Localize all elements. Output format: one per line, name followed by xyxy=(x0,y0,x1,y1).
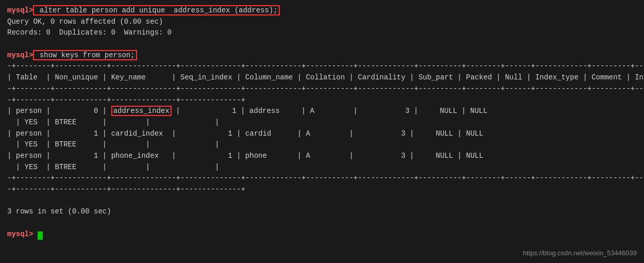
terminal-output: mysql> alter table person add unique add… xyxy=(7,5,637,240)
row2a: | person | 1 | cardid_index | 1 | cardid… xyxy=(7,128,637,140)
sep-header: -+--------+------------+---------------+… xyxy=(7,84,637,95)
row3a: | person | 1 | phone_index | 1 | phone |… xyxy=(7,151,637,162)
footer: 3 rows in set (0.00 sec) xyxy=(7,206,637,218)
sep-short-bottom: -+--------+------------+---------------+… xyxy=(7,184,637,195)
cmd1-line: mysql> alter table person add unique add… xyxy=(7,5,637,17)
result1-line1: Query OK, 0 rows affected (0.00 sec) xyxy=(7,17,637,28)
blank3 xyxy=(7,218,637,229)
prompt-mysql-3: mysql> xyxy=(7,230,33,238)
row1a: | person | 0 | address_index | 1 | addre… xyxy=(7,106,637,117)
row1b: | YES | BTREE | | | xyxy=(7,117,637,128)
blank2 xyxy=(7,195,637,207)
prompt-mysql-2: mysql> xyxy=(7,51,33,59)
sep-short-top: -+--------+------------+---------------+… xyxy=(7,95,637,106)
sep-bottom: -+--------+------------+---------------+… xyxy=(7,173,637,184)
row3b: | YES | BTREE | | | xyxy=(7,162,637,173)
cmd1-box: alter table person add unique address_in… xyxy=(33,5,279,15)
blank1 xyxy=(7,39,637,50)
cursor xyxy=(38,232,43,240)
cmd2-box: show keys from person; xyxy=(33,50,137,60)
sep-top: -+--------+------------+---------------+… xyxy=(7,61,637,72)
result1-line2: Records: 0 Duplicates: 0 Warnings: 0 xyxy=(7,27,637,39)
watermark: https://blog.csdn.net/weixin_53446039 xyxy=(523,249,637,257)
row2b: | YES | BTREE | | | xyxy=(7,139,637,151)
final-prompt: mysql> xyxy=(7,229,637,240)
cmd2-line: mysql> show keys from person; xyxy=(7,50,637,61)
address-index-box: address_index xyxy=(111,106,172,116)
prompt-mysql-1: mysql> xyxy=(7,6,33,14)
header-row1: | Table | Non_unique | Key_name | Seq_in… xyxy=(7,72,637,84)
